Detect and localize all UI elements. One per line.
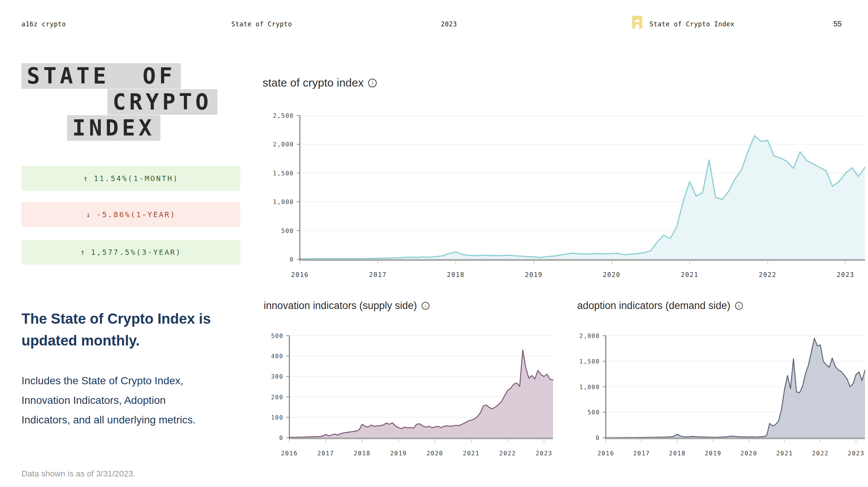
- svg-text:2017: 2017: [369, 271, 387, 279]
- data-as-of-note: Data shown is as of 3/31/2023.: [21, 469, 135, 479]
- bookmark-icon: [632, 16, 642, 29]
- svg-text:2017: 2017: [633, 450, 650, 457]
- svg-text:0: 0: [596, 435, 600, 441]
- stat-3-year-value: 1,577.5%(3-YEAR): [91, 248, 182, 257]
- down-arrow-icon: ↓: [86, 210, 90, 219]
- svg-text:2022: 2022: [812, 450, 829, 457]
- info-icon[interactable]: i: [368, 79, 377, 87]
- svg-text:2,000: 2,000: [273, 141, 294, 148]
- description-body-line: Includes the State of Crypto Index,: [21, 371, 255, 391]
- stat-1-year-value: -5.86%(1-YEAR): [96, 210, 176, 219]
- svg-text:2021: 2021: [681, 271, 698, 279]
- svg-text:500: 500: [281, 227, 294, 234]
- svg-text:2018: 2018: [669, 450, 686, 457]
- stat-1-month-value: 11.54%(1-MONTH): [94, 174, 179, 183]
- svg-text:2023: 2023: [536, 450, 553, 457]
- stat-badge-1-month: ↑ 11.54%(1-MONTH): [21, 166, 240, 191]
- svg-text:2016: 2016: [281, 450, 298, 457]
- stat-badge-3-year: ↑ 1,577.5%(3-YEAR): [21, 240, 240, 265]
- svg-text:100: 100: [271, 414, 284, 421]
- up-arrow-icon: ↑: [83, 174, 88, 183]
- svg-text:2021: 2021: [776, 450, 793, 457]
- header-report-title: State of Crypto: [231, 20, 292, 28]
- svg-text:1,000: 1,000: [579, 384, 600, 391]
- page-number: 55: [833, 20, 842, 28]
- svg-text:2018: 2018: [354, 450, 371, 457]
- description-body: Includes the State of Crypto Index, Inno…: [21, 371, 255, 430]
- logo-line-3: INDEX: [67, 115, 160, 141]
- info-icon[interactable]: i: [735, 302, 743, 310]
- svg-text:200: 200: [271, 394, 284, 401]
- svg-text:1,500: 1,500: [273, 170, 294, 177]
- svg-text:1,500: 1,500: [579, 358, 600, 365]
- svg-text:2022: 2022: [759, 271, 776, 279]
- svg-text:300: 300: [271, 373, 284, 380]
- svg-text:1,000: 1,000: [273, 198, 294, 205]
- svg-text:2020: 2020: [603, 271, 620, 279]
- svg-text:2019: 2019: [704, 450, 721, 457]
- svg-text:2016: 2016: [598, 450, 614, 457]
- svg-text:2016: 2016: [291, 271, 309, 279]
- svg-text:500: 500: [271, 333, 284, 339]
- svg-text:2023: 2023: [837, 271, 854, 279]
- svg-text:2,500: 2,500: [273, 112, 294, 119]
- innovation-chart-canvas: 0100200300400500201620172018201920202021…: [260, 327, 565, 458]
- up-arrow-icon: ↑: [80, 248, 85, 257]
- header-section-label: State of Crypto Index: [649, 20, 734, 28]
- description-body-line: Innovation Indicators, Adoption: [21, 391, 255, 410]
- info-icon[interactable]: i: [422, 302, 429, 310]
- svg-text:0: 0: [290, 256, 294, 263]
- description-body-line: Indicators, and all underlying metrics.: [21, 410, 255, 430]
- logo-line-1: STATE OF: [21, 63, 181, 89]
- index-chart-title-text: state of crypto index: [263, 76, 364, 89]
- svg-text:2018: 2018: [447, 271, 465, 279]
- svg-text:2019: 2019: [525, 271, 542, 279]
- index-chart-canvas: 05001,0001,5002,0002,5002016201720182019…: [264, 107, 868, 285]
- svg-text:0: 0: [279, 435, 283, 441]
- svg-text:500: 500: [588, 409, 600, 416]
- index-chart-title: state of crypto index i: [263, 76, 377, 89]
- svg-text:2022: 2022: [499, 450, 516, 457]
- header-brand: a16z crypto: [21, 20, 66, 28]
- innovation-chart-title: innovation indicators (supply side) i: [264, 300, 429, 312]
- svg-text:400: 400: [271, 353, 284, 360]
- innovation-chart-title-text: innovation indicators (supply side): [264, 300, 417, 312]
- header-year: 2023: [441, 20, 457, 28]
- svg-text:2020: 2020: [426, 450, 443, 457]
- adoption-chart-title-text: adoption indicators (demand side): [577, 300, 730, 312]
- logo-line-2: CRYPTO: [107, 89, 217, 115]
- svg-text:2017: 2017: [317, 450, 334, 457]
- description-heading: The State of Crypto Index is updated mon…: [21, 308, 225, 352]
- svg-text:2019: 2019: [390, 450, 407, 457]
- stat-badge-1-year: ↓ -5.86%(1-YEAR): [21, 202, 240, 227]
- svg-text:2,000: 2,000: [579, 333, 600, 339]
- svg-text:2021: 2021: [463, 450, 480, 457]
- adoption-chart-canvas: 05001,0001,5002,000201620172018201920202…: [565, 327, 868, 458]
- svg-text:2020: 2020: [740, 450, 757, 457]
- svg-text:2023: 2023: [848, 450, 865, 457]
- adoption-chart-title: adoption indicators (demand side) i: [577, 300, 743, 312]
